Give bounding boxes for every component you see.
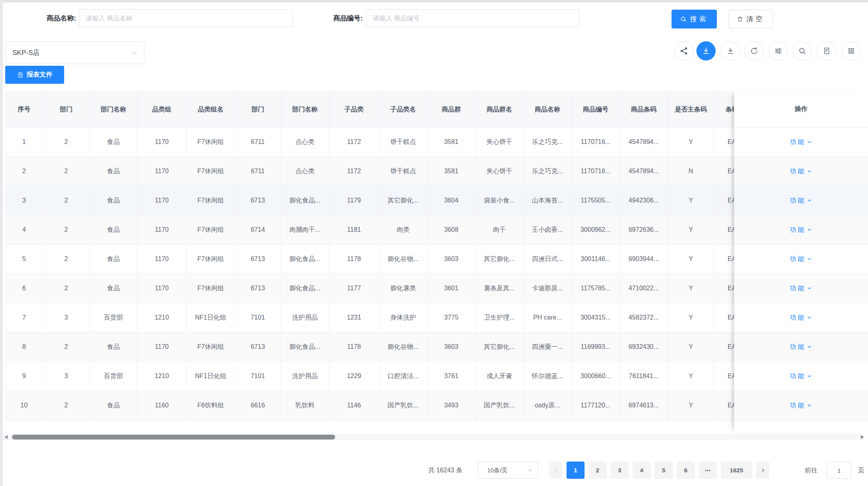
operation-row: 功能 [734,186,868,215]
table-cell: 1177 [329,274,379,303]
table-cell: 2 [42,157,90,186]
report-file-button[interactable]: 报表文件 [5,66,64,84]
share-button[interactable] [674,41,694,61]
table-cell: 身体洗护 [379,303,427,332]
table-cell: 1170716... [572,128,620,157]
table-cell: 3493 [427,391,475,420]
page-size-select[interactable]: 10条/页 [478,462,538,479]
page-button-1625[interactable]: 1625 [721,462,752,479]
product-code-input[interactable] [366,9,580,27]
table-cell: 王小卤香... [524,215,572,245]
table-cell: 1210 [137,362,187,391]
product-code-label: 商品编号: [319,9,363,27]
table-cell: 食品 [90,215,137,245]
table-cell: F6饮料组 [187,391,235,420]
table-cell: F7休闲组 [187,186,235,215]
table-cell: 膨化谷物... [379,245,427,274]
table-cell: 膨化薯类 [379,274,427,303]
chevron-down-icon [527,468,533,473]
scroll-left-arrow-icon[interactable] [4,435,8,439]
store-select[interactable]: SKP-S店 [5,41,144,64]
column-header: 子品类 [329,92,379,128]
operation-row: 功能 [734,391,868,420]
function-menu-link[interactable]: 功能 [790,372,812,381]
function-menu-link[interactable]: 功能 [790,226,812,234]
download-button-active[interactable] [696,41,716,61]
table-cell: 点心类 [281,157,329,186]
table-cell: EA [714,128,734,157]
table-cell: EA [714,245,734,274]
table-cell: 膨化食品... [281,186,329,215]
page-button-4[interactable]: 4 [633,462,651,479]
goto-page-input[interactable] [827,462,852,479]
table-cell: 4582372... [620,303,668,332]
next-page-button[interactable] [756,462,769,479]
table-cell: 5 [6,245,42,274]
table-search-button[interactable] [793,41,812,61]
function-menu-link[interactable]: 功能 [790,138,812,146]
page-button-5[interactable]: 5 [655,462,673,479]
refresh-button[interactable] [745,41,764,61]
table-cell: 膨化谷物... [379,332,427,362]
product-name-input[interactable] [79,9,293,27]
clear-button[interactable]: 清空 [728,10,773,28]
table-cell: 2 [42,274,90,303]
function-menu-link[interactable]: 功能 [790,196,812,205]
more-pages-button[interactable]: ••• [699,462,717,479]
table-cell: 4547894... [620,157,668,186]
table-cell: 1170 [137,274,187,303]
table-row: 32食品1170F7休闲组6713膨化食品...1179其它膨化...3604袋… [6,186,734,215]
function-menu-link[interactable]: 功能 [790,284,812,293]
table-cell: 2 [42,215,90,245]
grid-view-button[interactable] [842,41,861,61]
table-cell: EA [714,274,734,303]
download-icon [726,47,735,55]
download-button[interactable] [721,41,740,61]
chevron-down-icon [807,315,812,320]
table-cell: 3603 [427,332,475,362]
search-icon [798,47,807,55]
fixed-operation-column: 操作 功能功能功能功能功能功能功能功能功能功能 [734,91,868,432]
function-menu-link[interactable]: 功能 [790,314,812,322]
function-menu-link[interactable]: 功能 [790,255,812,263]
table-cell: 成人牙膏 [475,362,524,391]
table-cell: 食品 [90,274,137,303]
table-cell: 点心类 [281,128,329,157]
table-cell: 四洲粟一... [524,332,572,362]
scroll-right-arrow-icon[interactable] [861,435,864,439]
table-cell: 1170716... [572,157,620,186]
function-menu-link[interactable]: 功能 [790,167,812,176]
table-cell: 1169993... [572,332,620,362]
table-cell: 国产乳饮... [379,391,427,420]
product-table: 序号部门部门名称品类组品类组名部门部门名称子品类子品类名商品群商品群名商品名称商… [6,91,734,420]
prev-page-button[interactable] [549,462,562,479]
page-size-value: 10条/页 [487,467,508,474]
table-cell: 2 [42,391,90,420]
function-menu-link[interactable]: 功能 [790,343,812,351]
table-cell: Y [668,391,714,420]
page-button-1[interactable]: 1 [567,462,585,479]
filter-button[interactable] [769,41,788,61]
file-icon [17,72,24,78]
table-cell: 膨化食品... [281,332,329,362]
table-cell: 食品 [90,245,137,274]
page-button-6[interactable]: 6 [677,462,695,479]
page-button-3[interactable]: 3 [611,462,629,479]
table-cell: 食品 [90,186,137,215]
page-button-2[interactable]: 2 [589,462,607,479]
search-button[interactable]: 搜索 [672,10,717,28]
table-cell: 9 [6,362,42,391]
table-cell: Y [668,362,714,391]
column-header: 是否主条码 [668,92,714,128]
table-cell: F7休闲组 [187,332,235,362]
table-cell: F7休闲组 [187,245,235,274]
table-cell: 7 [6,303,42,332]
report-doc-button[interactable] [817,41,836,61]
column-header: 部门 [235,92,281,128]
table-cell: 四洲日式... [524,245,572,274]
table-cell: 薯条及其... [475,274,524,303]
table-row: 93百货部1210NF1日化组7101洗护用品1229口腔清洁...3761成人… [6,362,734,391]
table-cell: oatly原... [524,391,572,420]
function-menu-link[interactable]: 功能 [790,401,812,410]
horizontal-scrollbar-thumb[interactable] [12,435,335,439]
